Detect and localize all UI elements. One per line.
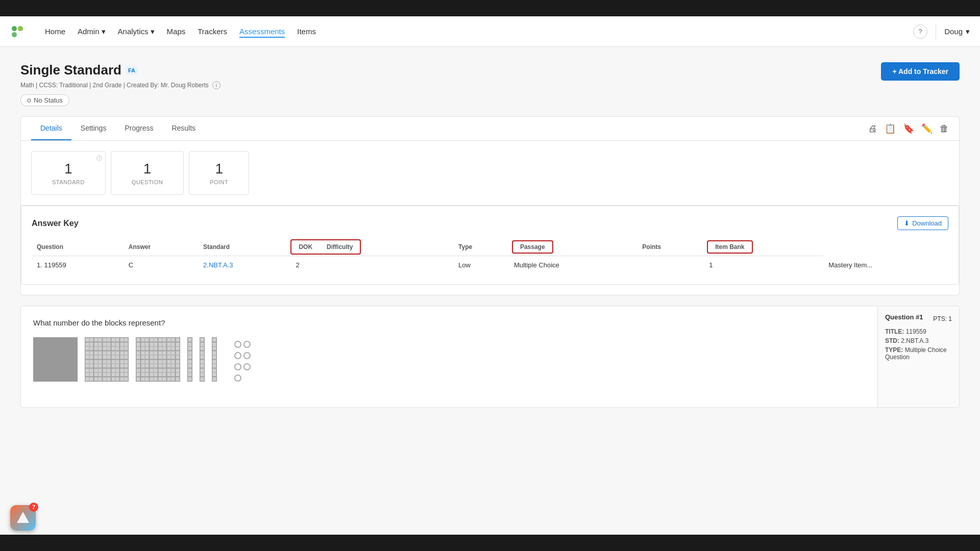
cell-item-bank: Mastery Item... bbox=[823, 256, 948, 274]
nav-assessments[interactable]: Assessments bbox=[239, 25, 285, 38]
status-label: No Status bbox=[34, 96, 63, 104]
table-row: 1. 119559 C 2.NBT.A.3 2 Low Multiple Cho… bbox=[32, 256, 948, 274]
tab-settings[interactable]: Settings bbox=[71, 117, 116, 140]
col-dok-diff-group: DOK Difficulty bbox=[290, 238, 453, 256]
radio-option-2b[interactable] bbox=[243, 352, 251, 359]
question-main: What number do the blocks represent? // … bbox=[21, 306, 877, 407]
question-text: What number do the blocks represent? bbox=[33, 318, 865, 327]
subtitle-info-icon[interactable]: i bbox=[212, 81, 220, 89]
answer-key-section: Answer Key ⬇ Download Question Answer St… bbox=[21, 206, 959, 285]
cell-type: Multiple Choice bbox=[509, 256, 637, 274]
block-grid-area: // will be injected in template JS below bbox=[33, 337, 865, 382]
subtitle-text: Math | CCSS: Traditional | 2nd Grade | C… bbox=[20, 82, 209, 89]
radio-option-4[interactable] bbox=[234, 374, 241, 382]
status-badge[interactable]: No Status bbox=[20, 94, 69, 106]
answer-key-header: Answer Key ⬇ Download bbox=[32, 216, 948, 230]
stat-standard: ⓘ 1 STANDARD bbox=[31, 151, 106, 195]
tabs-actions: 🖨 📋 🔖 ✏️ 🗑 bbox=[868, 123, 949, 134]
nav-analytics[interactable]: Analytics ▾ bbox=[118, 25, 155, 38]
bookmark-icon[interactable]: 🔖 bbox=[903, 123, 914, 134]
nav-items[interactable]: Items bbox=[297, 25, 316, 38]
question-sidebar: Question #1 PTS: 1 TITLE: 119559 STD: 2.… bbox=[877, 306, 959, 407]
tab-results[interactable]: Results bbox=[162, 117, 205, 140]
notification-icon bbox=[16, 511, 30, 525]
svg-point-1 bbox=[18, 26, 23, 31]
edit-icon[interactable]: ✏️ bbox=[921, 123, 933, 134]
answer-table: Question Answer Standard DOK Difficulty … bbox=[32, 238, 948, 274]
download-icon: ⬇ bbox=[904, 219, 910, 227]
block-column-3 bbox=[212, 337, 217, 382]
copy-icon[interactable]: 📋 bbox=[885, 123, 896, 134]
username-label: Doug bbox=[944, 27, 963, 36]
help-button[interactable]: ? bbox=[913, 24, 927, 39]
col-points: Points bbox=[637, 238, 704, 256]
radio-option-1b[interactable] bbox=[243, 341, 251, 348]
tabs-list: Details Settings Progress Results bbox=[31, 117, 205, 140]
nav-admin[interactable]: Admin ▾ bbox=[78, 25, 106, 38]
block-grid-large-1 bbox=[85, 337, 129, 382]
nav-home[interactable]: Home bbox=[45, 25, 65, 38]
question-number: Question #1 bbox=[885, 313, 923, 321]
cell-dok: 2 bbox=[290, 256, 453, 274]
svg-point-0 bbox=[12, 26, 17, 31]
download-button[interactable]: ⬇ Download bbox=[897, 216, 948, 230]
radio-option-1[interactable] bbox=[234, 341, 241, 348]
nav-trackers[interactable]: Trackers bbox=[198, 25, 227, 38]
col-item-bank-group: Item Bank bbox=[704, 238, 823, 256]
standard-link[interactable]: 2.NBT.A.3 bbox=[203, 261, 233, 269]
radio-option-3[interactable] bbox=[234, 363, 241, 370]
q-title-row: TITLE: 119559 bbox=[885, 328, 952, 335]
cell-question: 1. 119559 bbox=[32, 256, 124, 274]
radio-option-3b[interactable] bbox=[243, 363, 251, 370]
add-to-tracker-button[interactable]: + Add to Tracker bbox=[881, 62, 960, 81]
nav-links: Home Admin ▾ Analytics ▾ Maps Trackers A… bbox=[45, 25, 898, 38]
col-standard: Standard bbox=[198, 238, 290, 256]
stat-point-number: 1 bbox=[210, 161, 228, 177]
block-column-1 bbox=[187, 337, 192, 382]
stats-row: ⓘ 1 STANDARD 1 QUESTION 1 POINT bbox=[21, 141, 959, 205]
q-type-row: TYPE: Multiple Choice Question bbox=[885, 346, 952, 361]
col-dok: DOK bbox=[291, 241, 320, 253]
cell-passage bbox=[637, 256, 704, 274]
col-passage: Passage bbox=[512, 240, 553, 254]
radio-option-2[interactable] bbox=[234, 352, 241, 359]
user-chevron-icon: ▾ bbox=[966, 27, 970, 36]
user-menu[interactable]: Doug ▾ bbox=[944, 27, 970, 36]
col-question: Question bbox=[32, 238, 124, 256]
cell-standard: 2.NBT.A.3 bbox=[198, 256, 290, 274]
question-pts: PTS: 1 bbox=[933, 315, 952, 322]
nav-divider bbox=[936, 24, 936, 39]
notification-widget[interactable]: 7 bbox=[10, 505, 36, 531]
cell-answer: C bbox=[124, 256, 198, 274]
tabs-header: Details Settings Progress Results 🖨 📋 🔖 … bbox=[21, 117, 959, 141]
page-title: Single Standard FA bbox=[20, 62, 220, 78]
col-passage-group: Passage bbox=[509, 238, 637, 256]
block-column-2 bbox=[200, 337, 205, 382]
notification-badge: 7 bbox=[29, 503, 38, 512]
svg-point-2 bbox=[12, 32, 17, 37]
stat-info-icon[interactable]: ⓘ bbox=[96, 155, 102, 162]
tab-details[interactable]: Details bbox=[31, 117, 71, 140]
stat-question-number: 1 bbox=[132, 161, 163, 177]
main-content: Single Standard FA Math | CCSS: Traditio… bbox=[0, 47, 980, 551]
block-grid-large-1: // will be injected in template JS below bbox=[33, 337, 78, 382]
nav-maps[interactable]: Maps bbox=[167, 25, 186, 38]
delete-icon[interactable]: 🗑 bbox=[940, 123, 949, 134]
cell-difficulty: Low bbox=[453, 256, 509, 274]
q-std-value: 2.NBT.A.3 bbox=[901, 337, 928, 344]
page-header: Single Standard FA Math | CCSS: Traditio… bbox=[20, 62, 960, 106]
page-subtitle: Math | CCSS: Traditional | 2nd Grade | C… bbox=[20, 81, 220, 89]
radio-options bbox=[234, 341, 251, 382]
chevron-down-icon: ▾ bbox=[151, 27, 155, 36]
top-bar bbox=[0, 0, 980, 16]
tab-progress[interactable]: Progress bbox=[115, 117, 162, 140]
svg-marker-3 bbox=[17, 512, 29, 523]
stat-question: 1 QUESTION bbox=[111, 151, 184, 195]
stat-point-label: POINT bbox=[210, 179, 228, 185]
page-title-section: Single Standard FA Math | CCSS: Traditio… bbox=[20, 62, 220, 106]
chevron-down-icon: ▾ bbox=[102, 27, 106, 36]
print-icon[interactable]: 🖨 bbox=[868, 123, 877, 134]
stat-point: 1 POINT bbox=[189, 151, 249, 195]
nav-logo[interactable] bbox=[10, 24, 24, 39]
q-type-label: TYPE: bbox=[885, 346, 903, 354]
